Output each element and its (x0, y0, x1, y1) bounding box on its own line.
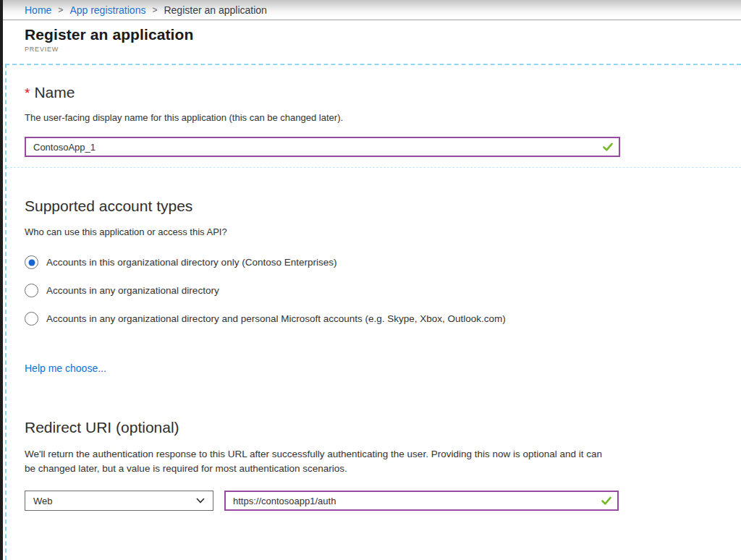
name-section-title: *Name (25, 84, 741, 101)
section-divider (7, 167, 741, 168)
name-input[interactable] (25, 137, 620, 157)
required-marker: * (25, 85, 30, 101)
radio-option-any-directory[interactable]: Accounts in any organizational directory (25, 284, 741, 297)
name-section-title-text: Name (34, 84, 75, 101)
register-application-page: Home > App registrations > Register an a… (3, 0, 741, 560)
account-types-title: Supported account types (25, 198, 741, 215)
redirect-uri-title: Redirect URI (optional) (25, 419, 741, 436)
breadcrumb-separator: > (152, 5, 157, 15)
window-edge-bar (0, 0, 3, 560)
valid-check-icon (601, 495, 612, 506)
radio-option-label: Accounts in this organizational director… (46, 257, 336, 268)
radio-option-this-directory-only[interactable]: Accounts in this organizational director… (25, 255, 741, 269)
redirect-uri-section: Redirect URI (optional) We'll return the… (25, 419, 741, 511)
radio-option-label: Accounts in any organizational directory… (46, 313, 506, 324)
radio-button[interactable] (25, 284, 38, 297)
breadcrumb-app-registrations-link[interactable]: App registrations (69, 4, 145, 16)
breadcrumb-current-page: Register an application (164, 4, 266, 16)
breadcrumb-separator: > (58, 5, 63, 15)
valid-check-icon (602, 141, 614, 153)
redirect-uri-controls: Web (25, 491, 741, 511)
redirect-type-value: Web (33, 496, 53, 506)
name-section: *Name The user-facing display name for t… (25, 84, 741, 168)
redirect-type-dropdown[interactable]: Web (25, 491, 213, 511)
preview-badge: PREVIEW (25, 46, 741, 53)
account-types-question: Who can use this application or access t… (25, 226, 741, 237)
breadcrumb-home-link[interactable]: Home (25, 4, 51, 16)
radio-option-any-directory-and-personal[interactable]: Accounts in any organizational directory… (25, 312, 741, 326)
breadcrumb: Home > App registrations > Register an a… (3, 0, 741, 20)
name-input-container (25, 137, 620, 157)
redirect-uri-description: We'll return the authentication response… (25, 447, 608, 475)
redirect-uri-input[interactable] (224, 491, 619, 511)
radio-button-selected[interactable] (25, 255, 38, 269)
blade-header: Register an application PREVIEW (3, 20, 741, 64)
radio-button[interactable] (25, 312, 38, 326)
supported-account-types-section: Supported account types Who can use this… (25, 198, 741, 375)
help-me-choose-link[interactable]: Help me choose... (25, 362, 106, 374)
redirect-uri-input-container (224, 491, 619, 511)
page-title: Register an application (25, 26, 741, 43)
chevron-down-icon (196, 498, 205, 504)
radio-option-label: Accounts in any organizational directory (46, 285, 219, 296)
name-description: The user-facing display name for this ap… (25, 112, 741, 123)
blade-content: *Name The user-facing display name for t… (5, 64, 741, 560)
account-types-radio-group: Accounts in this organizational director… (25, 255, 741, 326)
